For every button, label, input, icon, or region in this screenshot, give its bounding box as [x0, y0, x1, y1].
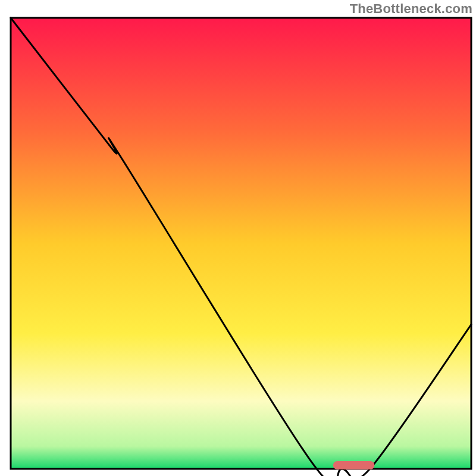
chart-stage: TheBottleneck.com [0, 0, 476, 476]
optimal-range-marker [333, 461, 375, 469]
bottleneck-chart [0, 0, 476, 476]
gradient-background [11, 18, 471, 469]
